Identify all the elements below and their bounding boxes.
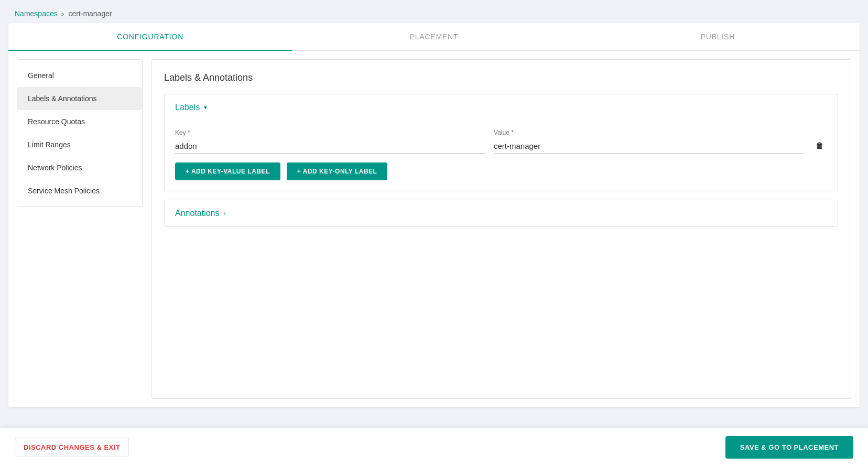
tab-placement[interactable]: PLACEMENT <box>292 23 576 50</box>
value-input[interactable] <box>494 138 804 154</box>
annotations-card-header[interactable]: Annotations › <box>165 200 838 226</box>
sidebar-item-general[interactable]: General <box>17 64 142 87</box>
breadcrumb-separator: › <box>62 9 64 18</box>
tabs-bar: CONFIGURATION PLACEMENT PUBLISH <box>8 23 860 51</box>
key-field-label: Key * <box>175 129 485 136</box>
label-kv-row: Key * Value * <box>175 129 827 154</box>
labels-card-body: Key * Value * + ADD KEY-VALUE LABEL <box>165 121 838 191</box>
sidebar-item-resource-quotas[interactable]: Resource Quotas <box>17 110 142 133</box>
labels-card: Labels ▾ Key * Value * <box>164 94 838 191</box>
bottom-bar: DISCARD CHANGES & EXIT SAVE & GO TO PLAC… <box>0 428 868 467</box>
tab-configuration[interactable]: CONFIGURATION <box>8 23 292 50</box>
labels-header-text: Labels <box>175 103 200 112</box>
tab-publish[interactable]: PUBLISH <box>576 23 860 50</box>
content-area: General Labels & Annotations Resource Qu… <box>8 51 860 407</box>
breadcrumb: Namespaces › cert-manager <box>0 0 868 23</box>
sidebar-item-service-mesh-policies[interactable]: Service Mesh Policies <box>17 179 142 202</box>
labels-card-header[interactable]: Labels ▾ <box>165 94 838 121</box>
sidebar-item-network-policies[interactable]: Network Policies <box>17 156 142 179</box>
annotations-header-text: Annotations <box>175 209 220 218</box>
save-go-to-placement-button[interactable]: SAVE & GO TO PLACEMENT <box>725 436 853 459</box>
value-field-label: Value * <box>494 129 804 136</box>
discard-changes-button[interactable]: DISCARD CHANGES & EXIT <box>15 438 129 457</box>
delete-label-button[interactable] <box>812 137 827 154</box>
annotations-card: Annotations › <box>164 200 838 227</box>
key-input[interactable] <box>175 138 485 154</box>
add-label-buttons: + ADD KEY-VALUE LABEL + ADD KEY-ONLY LAB… <box>175 162 827 180</box>
add-key-value-label-button[interactable]: + ADD KEY-VALUE LABEL <box>175 162 280 180</box>
breadcrumb-namespaces-link[interactable]: Namespaces <box>15 9 58 18</box>
annotations-chevron-right-icon: › <box>224 210 226 217</box>
breadcrumb-current: cert-manager <box>68 9 112 18</box>
sidebar-item-limit-ranges[interactable]: Limit Ranges <box>17 133 142 156</box>
label-value-field: Value * <box>494 129 804 154</box>
add-key-only-label-button[interactable]: + ADD KEY-ONLY LABEL <box>287 162 388 180</box>
sidebar-item-labels-annotations[interactable]: Labels & Annotations <box>17 87 142 110</box>
labels-chevron-down-icon: ▾ <box>204 104 207 111</box>
main-container: CONFIGURATION PLACEMENT PUBLISH General … <box>8 23 860 407</box>
sidebar: General Labels & Annotations Resource Qu… <box>17 59 143 207</box>
label-key-field: Key * <box>175 129 485 154</box>
trash-icon <box>816 140 824 151</box>
main-content-panel: Labels & Annotations Labels ▾ Key * Valu… <box>151 59 851 399</box>
section-title: Labels & Annotations <box>164 72 838 83</box>
